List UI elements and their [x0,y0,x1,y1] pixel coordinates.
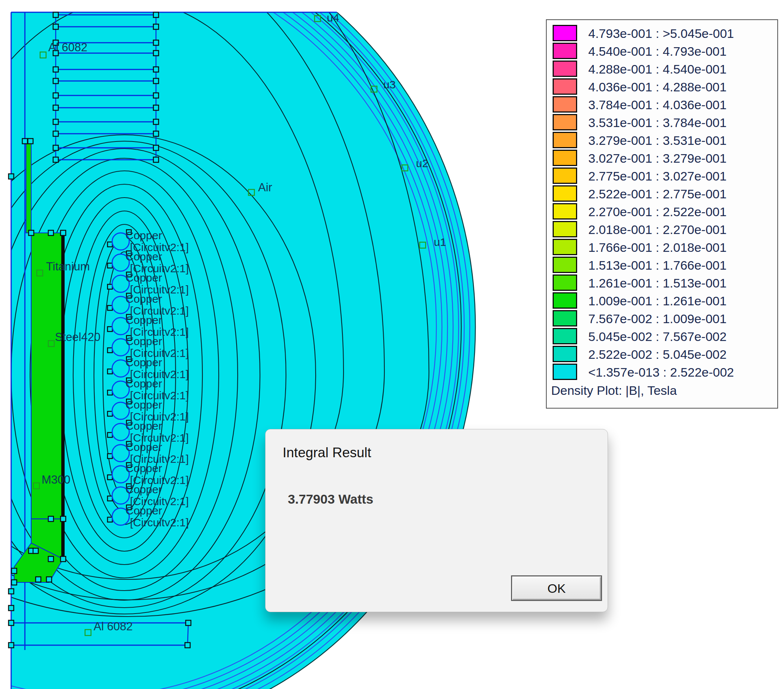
ok-button[interactable]: OK [511,575,602,601]
legend-row: 3.784e-001 : 4.036e-001 [553,96,774,114]
legend-range-label: 2.522e-001 : 2.775e-001 [588,187,726,201]
legend-swatch [553,221,577,237]
femm-postprocessor-view: Copper[Circuitv2:1]Copper[Circuitv2:1]Co… [0,0,784,689]
boundary-shell-label-u1: u1 [434,236,446,248]
coil-turn-label: Copper [125,441,162,453]
legend-range-label: 4.540e-001 : 4.793e-001 [588,44,726,59]
legend-swatch [553,239,577,255]
legend-row: 4.036e-001 : 4.288e-001 [553,78,774,96]
boundary-shell-label-u2: u2 [416,157,428,169]
material-label-air: Air [258,181,272,194]
legend-swatch [553,346,577,362]
legend-swatch [553,114,577,130]
legend-range-label: 2.018e-001 : 2.270e-001 [588,223,726,237]
legend-swatch [553,328,577,344]
legend-swatch [553,25,577,41]
legend-range-label: 2.522e-002 : 5.045e-002 [588,347,726,362]
legend-swatch [553,274,577,291]
legend-range-label: 3.027e-001 : 3.279e-001 [588,151,726,166]
legend-range-label: 4.793e-001 : >5.045e-001 [588,26,734,41]
legend-row: 3.027e-001 : 3.279e-001 [553,149,774,167]
coil-turn-label: Copper [125,399,162,411]
legend-row: 4.793e-001 : >5.045e-001 [553,25,774,42]
legend-row: 1.009e-001 : 1.261e-001 [553,292,774,310]
coil-turn-label: Copper [125,420,162,432]
legend-swatch [553,185,577,202]
legend-swatch [553,168,577,184]
coil-turn-label: Copper [125,377,162,390]
legend-range-label: <1.357e-013 : 2.522e-002 [588,365,734,379]
legend-swatch [553,310,577,326]
coil-turn-label: Copper [125,356,162,368]
legend-swatch [553,203,577,219]
legend-row: 1.261e-001 : 1.513e-001 [553,274,774,292]
coil-turn-label: Copper [125,251,162,263]
legend-swatch [553,96,577,112]
legend-swatch [553,292,577,309]
legend-rows: 4.793e-001 : >5.045e-0014.540e-001 : 4.7… [553,25,774,381]
legend-row: 3.531e-001 : 3.784e-001 [553,114,774,132]
legend-range-label: 4.288e-001 : 4.540e-001 [588,62,726,76]
coil-turn-label: Copper [125,293,162,305]
legend-row: <1.357e-013 : 2.522e-002 [553,363,774,381]
coil-turn-label: Copper [125,504,162,517]
boundary-shell-label-u4: u4 [327,12,339,24]
coil-turn-label: Copper [125,483,162,496]
legend-row: 2.018e-001 : 2.270e-001 [553,221,774,239]
legend-swatch [553,150,577,166]
legend-title: Density Plot: |B|, Tesla [551,383,677,398]
legend-swatch [553,43,577,59]
legend-range-label: 1.009e-001 : 1.261e-001 [588,294,726,308]
legend-range-label: 4.036e-001 : 4.288e-001 [588,80,726,94]
coil-circuit-label: [Circuitv2:1] [130,516,189,529]
integral-result-value: 3.77903 Watts [288,492,373,507]
legend-row: 2.270e-001 : 2.522e-001 [553,203,774,221]
legend-range-label: 3.784e-001 : 4.036e-001 [588,98,726,112]
coil-turn-label: Copper [125,229,162,241]
coil-turn-label: Copper [125,272,162,284]
legend-range-label: 2.270e-001 : 2.522e-001 [588,204,726,219]
dialog-title[interactable]: Integral Result [283,445,371,461]
legend-range-label: 7.567e-002 : 1.009e-001 [588,312,726,326]
legend-range-label: 1.513e-001 : 1.766e-001 [588,258,726,273]
legend-range-label: 5.045e-002 : 7.567e-002 [588,330,726,344]
legend-row: 2.775e-001 : 3.027e-001 [553,167,774,185]
density-legend: 4.793e-001 : >5.045e-0014.540e-001 : 4.7… [546,19,778,409]
legend-row: 7.567e-002 : 1.009e-001 [553,310,774,328]
legend-swatch [553,364,577,380]
legend-range-label: 1.766e-001 : 2.018e-001 [588,240,726,255]
coil-turn-label: Copper [125,335,162,347]
boundary-shell-label-u3: u3 [383,78,395,91]
legend-range-label: 3.279e-001 : 3.531e-001 [588,134,726,148]
legend-row: 1.766e-001 : 2.018e-001 [553,239,774,256]
legend-row: 4.540e-001 : 4.793e-001 [553,42,774,60]
legend-row: 1.513e-001 : 1.766e-001 [553,256,774,274]
legend-row: 5.045e-002 : 7.567e-002 [553,328,774,345]
material-label-al6082-bottom: Al 6082 [94,620,133,633]
legend-range-label: 2.775e-001 : 3.027e-001 [588,169,726,183]
material-label-steel420: Steel420 [55,331,100,344]
legend-row: 3.279e-001 : 3.531e-001 [553,132,774,149]
integral-result-dialog: Integral Result 3.77903 Watts OK [265,429,608,612]
material-label-al6082-top: Al 6082 [48,41,87,54]
legend-swatch [553,257,577,273]
legend-row: 2.522e-002 : 5.045e-002 [553,345,774,363]
legend-swatch [553,78,577,95]
legend-row: 2.522e-001 : 2.775e-001 [553,185,774,203]
legend-row: 4.288e-001 : 4.540e-001 [553,60,774,78]
coil-turn-label: Copper [125,462,162,474]
coil-turn-label: Copper [125,314,162,326]
material-label-titanium: Titanium [46,260,90,273]
legend-range-label: 1.261e-001 : 1.513e-001 [588,276,726,290]
legend-swatch [553,132,577,148]
material-label-m300: M300 [41,473,71,486]
legend-range-label: 3.531e-001 : 3.784e-001 [588,115,726,130]
legend-swatch [553,61,577,77]
